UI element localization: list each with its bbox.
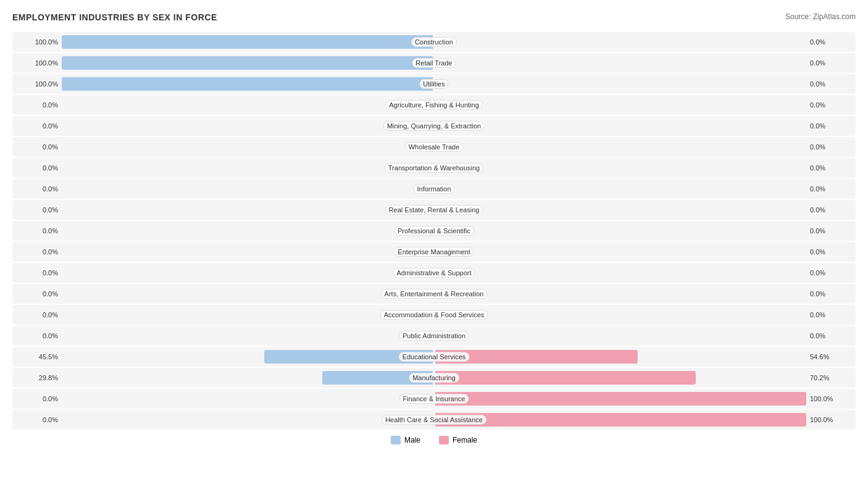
chart-row: 100.0%Construction0.0% — [12, 32, 856, 52]
male-bar-wrap — [62, 242, 434, 262]
male-pct-label: 0.0% — [12, 311, 62, 319]
female-bar — [435, 392, 806, 406]
bar-container: Educational Services — [62, 347, 806, 367]
female-pct-label: 0.0% — [806, 332, 856, 339]
male-bar-wrap — [62, 263, 434, 283]
male-bar-wrap — [62, 53, 434, 73]
female-bar-wrap — [434, 116, 806, 136]
male-pct-label: 0.0% — [12, 227, 62, 235]
male-bar-wrap — [62, 95, 434, 115]
chart-row: 100.0%Utilities0.0% — [12, 74, 856, 94]
male-pct-label: 0.0% — [12, 269, 62, 277]
female-pct-label: 0.0% — [806, 143, 856, 151]
chart-row: 0.0%Finance & Insurance100.0% — [12, 389, 856, 409]
male-bar-wrap — [62, 305, 434, 325]
bar-container: Mining, Quarrying, & Extraction — [62, 116, 806, 136]
male-pct-label: 0.0% — [12, 416, 62, 423]
male-bar — [322, 371, 433, 385]
chart-row: 0.0%Agriculture, Fishing & Hunting0.0% — [12, 95, 856, 115]
female-bar-wrap — [434, 95, 806, 115]
bar-container: Administrative & Support — [62, 263, 806, 283]
male-bar-wrap — [62, 284, 434, 304]
chart-row: 0.0%Accommodation & Food Services0.0% — [12, 305, 856, 325]
chart-row: 0.0%Health Care & Social Assistance100.0… — [12, 410, 856, 430]
female-pct-label: 0.0% — [806, 122, 856, 130]
male-bar-wrap — [62, 368, 434, 388]
bar-container: Enterprise Management — [62, 242, 806, 262]
female-bar-wrap — [434, 284, 806, 304]
male-bar-wrap — [62, 158, 434, 178]
chart-row: 0.0%Public Administration0.0% — [12, 326, 856, 346]
female-bar — [435, 413, 806, 427]
bar-container: Wholesale Trade — [62, 137, 806, 157]
chart-row: 100.0%Retail Trade0.0% — [12, 53, 856, 73]
male-pct-label: 0.0% — [12, 164, 62, 172]
female-bar-wrap — [434, 347, 806, 367]
male-pct-label: 0.0% — [12, 185, 62, 193]
male-pct-label: 0.0% — [12, 143, 62, 151]
female-bar-wrap — [434, 242, 806, 262]
female-pct-label: 0.0% — [806, 80, 856, 88]
bar-container: Accommodation & Food Services — [62, 305, 806, 325]
chart-row: 0.0%Real Estate, Rental & Leasing0.0% — [12, 200, 856, 220]
legend-male-label: Male — [404, 436, 420, 444]
bar-container: Construction — [62, 32, 806, 52]
male-bar-wrap — [62, 179, 434, 199]
legend-male: Male — [391, 436, 420, 444]
male-bar-wrap — [62, 200, 434, 220]
chart-row: 0.0%Mining, Quarrying, & Extraction0.0% — [12, 116, 856, 136]
bar-container: Information — [62, 179, 806, 199]
male-bar-wrap — [62, 74, 434, 94]
bar-container: Agriculture, Fishing & Hunting — [62, 95, 806, 115]
male-bar — [62, 77, 433, 91]
female-bar-wrap — [434, 368, 806, 388]
bar-container: Health Care & Social Assistance — [62, 410, 806, 430]
chart-row: 0.0%Administrative & Support0.0% — [12, 263, 856, 283]
male-bar-wrap — [62, 116, 434, 136]
male-pct-label: 100.0% — [12, 38, 62, 46]
bar-container: Real Estate, Rental & Leasing — [62, 200, 806, 220]
male-bar-wrap — [62, 32, 434, 52]
legend-female-box — [439, 436, 449, 444]
male-bar-wrap — [62, 410, 434, 430]
male-pct-label: 0.0% — [12, 122, 62, 130]
bar-container: Utilities — [62, 74, 806, 94]
page-container: EMPLOYMENT INDUSTRIES BY SEX IN FORCE So… — [12, 12, 856, 444]
bar-container: Professional & Scientific — [62, 221, 806, 241]
female-pct-label: 0.0% — [806, 101, 856, 109]
bar-container: Finance & Insurance — [62, 389, 806, 409]
female-pct-label: 0.0% — [806, 290, 856, 298]
female-bar-wrap — [434, 179, 806, 199]
male-bar-wrap — [62, 221, 434, 241]
female-pct-label: 100.0% — [806, 416, 856, 423]
female-bar — [435, 350, 638, 364]
bar-container: Transportation & Warehousing — [62, 158, 806, 178]
male-pct-label: 0.0% — [12, 101, 62, 109]
chart-area: 100.0%Construction0.0%100.0%Retail Trade… — [12, 32, 856, 430]
male-pct-label: 45.5% — [12, 353, 62, 360]
female-pct-label: 54.6% — [806, 353, 856, 360]
chart-row: 0.0%Arts, Entertainment & Recreation0.0% — [12, 284, 856, 304]
male-pct-label: 0.0% — [12, 395, 62, 402]
female-bar-wrap — [434, 158, 806, 178]
female-pct-label: 0.0% — [806, 248, 856, 256]
female-pct-label: 0.0% — [806, 185, 856, 193]
chart-row: 45.5%Educational Services54.6% — [12, 347, 856, 367]
female-bar-wrap — [434, 32, 806, 52]
female-pct-label: 0.0% — [806, 206, 856, 214]
bar-container: Manufacturing — [62, 368, 806, 388]
female-pct-label: 0.0% — [806, 164, 856, 172]
male-pct-label: 0.0% — [12, 206, 62, 214]
female-pct-label: 100.0% — [806, 395, 856, 402]
bar-container: Retail Trade — [62, 53, 806, 73]
female-bar-wrap — [434, 200, 806, 220]
legend-male-box — [391, 436, 401, 444]
female-bar-wrap — [434, 326, 806, 346]
male-bar-wrap — [62, 347, 434, 367]
legend-female: Female — [439, 436, 477, 444]
male-bar — [264, 350, 433, 364]
female-bar-wrap — [434, 410, 806, 430]
source-label: Source: ZipAtlas.com — [785, 12, 856, 21]
male-pct-label: 100.0% — [12, 80, 62, 88]
male-bar-wrap — [62, 326, 434, 346]
